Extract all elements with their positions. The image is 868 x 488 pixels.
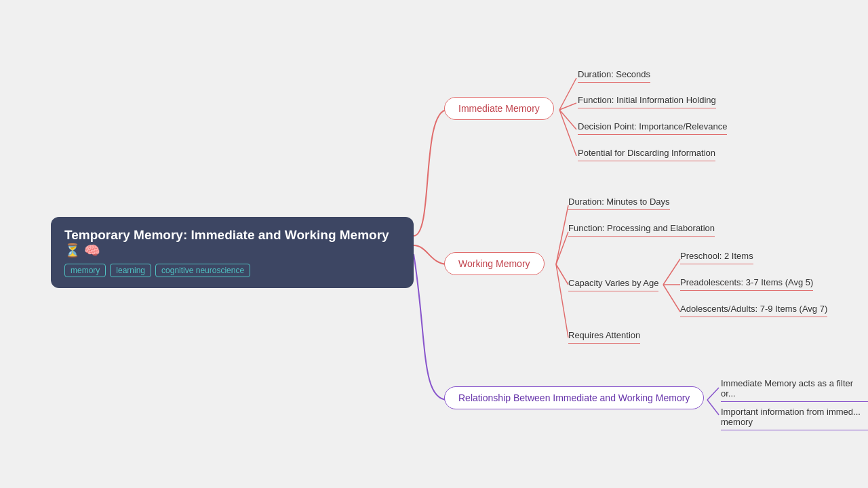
- leaf-important-info: Important information from immed... memo…: [721, 407, 868, 430]
- branch-working-memory[interactable]: Working Memory: [444, 252, 545, 275]
- svg-line-7: [663, 259, 680, 285]
- leaf-preadolescents: Preadolescents: 3-7 Items (Avg 5): [680, 277, 813, 291]
- branch-relationship[interactable]: Relationship Between Immediate and Worki…: [444, 386, 704, 409]
- leaf-duration-seconds: Duration: Seconds: [578, 69, 650, 83]
- svg-line-3: [559, 110, 576, 156]
- leaf-capacity: Capacity Varies by Age: [568, 278, 658, 291]
- svg-line-9: [663, 285, 680, 312]
- tag-cognitive-neuroscience[interactable]: cognitive neuroscience: [155, 264, 250, 277]
- svg-line-10: [556, 264, 568, 338]
- svg-line-1: [559, 103, 576, 110]
- branch-immediate-memory[interactable]: Immediate Memory: [444, 97, 554, 120]
- tag-learning[interactable]: learning: [110, 264, 151, 277]
- leaf-duration-minutes: Duration: Minutes to Days: [568, 197, 670, 210]
- svg-line-5: [556, 232, 568, 264]
- tag-memory[interactable]: memory: [64, 264, 106, 277]
- leaf-function-processing: Function: Processing and Elaboration: [568, 223, 715, 237]
- svg-line-11: [707, 388, 719, 400]
- root-title: Temporary Memory: Immediate and Working …: [64, 228, 400, 258]
- svg-line-0: [559, 78, 576, 110]
- svg-line-6: [556, 264, 568, 285]
- svg-line-4: [556, 205, 568, 264]
- leaf-function-initial: Function: Initial Information Holding: [578, 95, 716, 108]
- leaf-filter: Immediate Memory acts as a filter or...: [721, 378, 868, 402]
- leaf-preschool: Preschool: 2 Items: [680, 251, 753, 264]
- leaf-decision-point: Decision Point: Importance/Relevance: [578, 121, 727, 135]
- leaf-requires-attention: Requires Attention: [568, 330, 640, 344]
- root-tags: memory learning cognitive neuroscience: [64, 264, 400, 277]
- leaf-adolescents: Adolescents/Adults: 7-9 Items (Avg 7): [680, 304, 827, 317]
- root-node: Temporary Memory: Immediate and Working …: [51, 217, 414, 288]
- leaf-discarding: Potential for Discarding Information: [578, 148, 715, 161]
- svg-line-2: [559, 110, 576, 129]
- svg-line-12: [707, 400, 719, 415]
